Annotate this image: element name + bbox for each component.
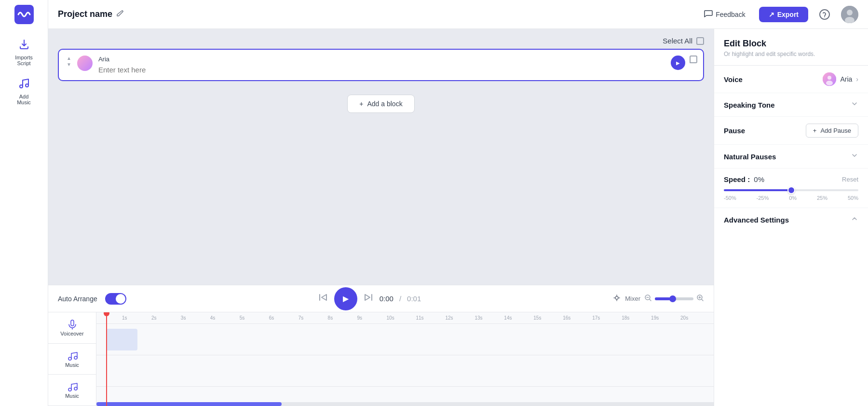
add-pause-label: Add Pause: [820, 127, 851, 134]
track-row-voiceover: [96, 324, 714, 355]
total-time: 0:01: [407, 294, 421, 303]
ruler-tick-3s: 3s: [181, 315, 186, 321]
ruler-tick-8s: 8s: [328, 315, 333, 321]
voiceover-block[interactable]: [106, 329, 137, 350]
ruler-tick-10s: 10s: [387, 315, 394, 321]
ruler-tick-11s: 11s: [416, 315, 423, 321]
edit-block-subtitle: Or highlight and edit specific words.: [724, 51, 858, 57]
arrow-up-icon[interactable]: ▲: [67, 56, 71, 61]
advanced-settings-collapse-icon[interactable]: [851, 215, 858, 224]
music2-track-label: Music: [65, 393, 79, 399]
skip-back-button[interactable]: [318, 292, 328, 305]
speed-tick-plus50: 50%: [848, 195, 858, 201]
edit-block-title: Edit Block: [724, 39, 858, 49]
ruler-tick-13s: 13s: [475, 315, 482, 321]
zoom-slider[interactable]: [655, 297, 693, 300]
help-icon-button[interactable]: [816, 6, 833, 23]
speed-slider-container: [724, 189, 858, 191]
auto-arrange-label: Auto Arrange: [58, 295, 97, 303]
speed-tick-plus25: 25%: [817, 195, 827, 201]
ruler-tick-7s: 7s: [298, 315, 304, 321]
skip-forward-button[interactable]: [363, 292, 374, 305]
svg-point-12: [68, 357, 71, 360]
svg-point-3: [820, 10, 829, 19]
sidebar-imports-script-label: Imports Script: [15, 55, 33, 66]
user-avatar[interactable]: [841, 6, 858, 23]
voice-label: Voice: [724, 75, 743, 84]
svg-point-18: [826, 81, 833, 85]
svg-rect-11: [71, 320, 74, 326]
voiceover-track-label: Voiceover: [60, 331, 83, 336]
sidebar-item-add-music[interactable]: Add Music: [5, 73, 43, 110]
block-content: Aria: [98, 56, 665, 74]
project-name: Project name: [58, 9, 112, 19]
select-all-button[interactable]: Select All: [663, 37, 704, 45]
music1-track-label: Music: [65, 362, 79, 368]
music1-track-icon: [67, 350, 78, 362]
select-all-label: Select All: [663, 37, 692, 45]
ruler-tick-4s: 4s: [210, 315, 216, 321]
play-main-button[interactable]: ▶: [334, 287, 357, 310]
timeline-section: Voiceover Music: [48, 312, 714, 406]
ruler-tick-19s: 19s: [651, 315, 659, 321]
sidebar-item-imports-script[interactable]: Imports Script: [5, 34, 43, 71]
zoom-in-button[interactable]: [696, 294, 704, 304]
voice-info[interactable]: Aria ›: [823, 72, 858, 86]
timeline-scrollbar-thumb[interactable]: [96, 402, 282, 406]
add-block-container: + Add a block: [58, 87, 704, 121]
speed-slider-track[interactable]: [724, 189, 858, 191]
feedback-button[interactable]: Feedback: [698, 6, 751, 22]
auto-arrange-toggle[interactable]: [105, 293, 126, 305]
add-block-button[interactable]: + Add a block: [347, 95, 414, 113]
block-checkbox[interactable]: [690, 56, 697, 63]
ruler-tick-20s: 20s: [680, 315, 688, 321]
track-label-music1[interactable]: Music: [48, 344, 96, 375]
block-voice-name: Aria: [98, 56, 665, 63]
advanced-settings-label: Advanced Settings: [724, 216, 789, 224]
track-label-voiceover[interactable]: Voiceover: [48, 312, 96, 344]
transport-controls: ▶ 0:00 / 0:01: [134, 287, 605, 310]
playhead[interactable]: [106, 312, 107, 406]
add-pause-plus-icon: +: [813, 127, 817, 134]
ruler-tick-6s: 6s: [269, 315, 274, 321]
svg-point-6: [847, 10, 853, 15]
speed-tick-minus25: -25%: [757, 195, 769, 201]
export-label: Export: [777, 11, 799, 18]
export-button[interactable]: ↗ Export: [759, 7, 808, 22]
speed-reset-button[interactable]: Reset: [842, 176, 858, 183]
speed-slider-thumb[interactable]: [787, 186, 795, 194]
mixer-label: Mixer: [625, 295, 640, 302]
advanced-settings-row: Advanced Settings: [724, 215, 858, 224]
natural-pauses-collapse-icon[interactable]: [851, 152, 858, 161]
app-logo[interactable]: [14, 5, 34, 24]
imports-script-icon: [18, 39, 30, 53]
voice-name: Aria: [840, 75, 852, 83]
add-pause-button[interactable]: + Add Pause: [806, 124, 858, 138]
speed-tick-minus50: -50%: [724, 195, 736, 201]
edit-project-name-icon[interactable]: [116, 10, 124, 19]
music2-track-icon: [67, 381, 78, 393]
blocks-area: ▲ ▼ Aria ▶ ···: [48, 49, 714, 285]
track-label-music2[interactable]: Music: [48, 375, 96, 406]
ruler-tick-1s: 1s: [122, 315, 127, 321]
ruler-tick-18s: 18s: [622, 315, 629, 321]
export-icon: ↗: [769, 11, 774, 18]
speaking-tone-collapse-icon[interactable]: [851, 100, 858, 110]
arrow-down-icon[interactable]: ▼: [67, 62, 71, 67]
header: Project name Feedback ↗ Export: [48, 0, 868, 29]
svg-point-8: [615, 296, 618, 299]
mixer-icon: [612, 294, 621, 304]
zoom-out-button[interactable]: [644, 294, 652, 304]
block-text-input[interactable]: [98, 65, 665, 74]
speed-label: Speed : 0%: [724, 175, 764, 183]
timeline-track-labels: Voiceover Music: [48, 312, 96, 406]
timeline-ruler: 1s2s3s4s5s6s7s8s9s10s11s12s13s14s15s16s1…: [96, 312, 714, 324]
block-play-button[interactable]: ▶: [671, 56, 685, 70]
transport-bar: Auto Arrange ▶: [48, 285, 714, 312]
select-all-checkbox[interactable]: [696, 37, 704, 45]
timeline-scrollbar[interactable]: [96, 402, 714, 406]
speed-value: 0%: [754, 175, 764, 183]
add-block-plus-icon: +: [359, 100, 363, 108]
pause-row: Pause + Add Pause: [724, 124, 858, 138]
toggle-knob: [116, 294, 125, 304]
